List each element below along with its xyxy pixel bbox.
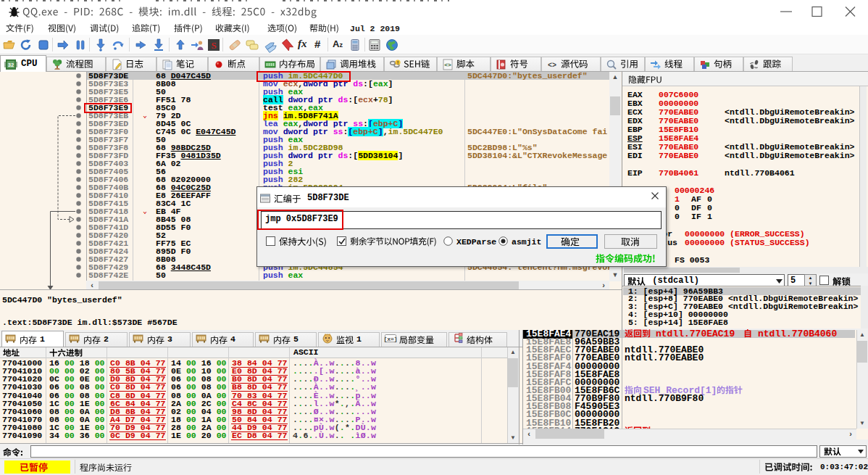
- svg-text:[x=]: [x=]: [383, 336, 397, 342]
